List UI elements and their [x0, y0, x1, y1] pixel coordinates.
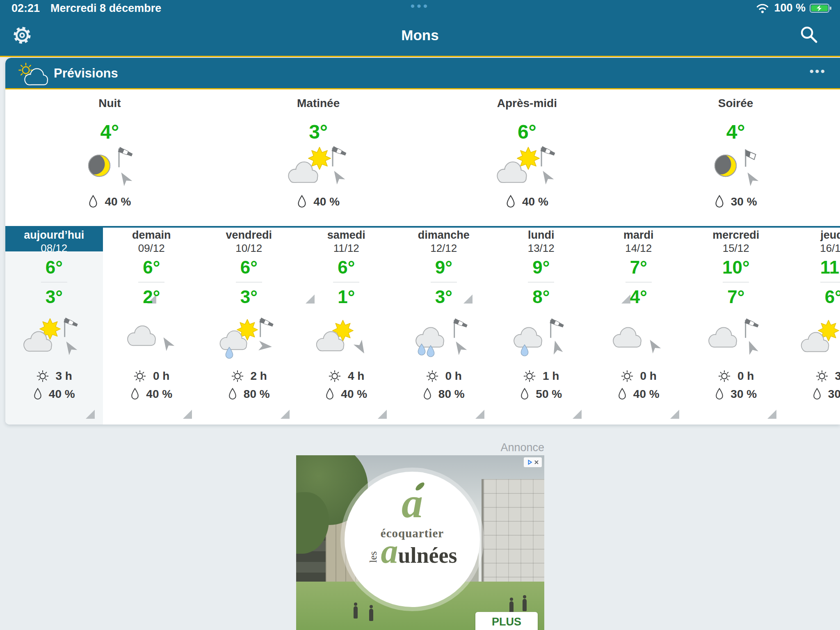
precip-row: 80 % — [200, 388, 298, 401]
high-temp: 6° — [298, 251, 395, 278]
expand-triangle-icon[interactable] — [475, 410, 484, 419]
cloudy-icon — [116, 316, 186, 365]
droplet-icon — [88, 195, 98, 209]
droplet-icon — [33, 388, 42, 401]
expand-triangle-icon[interactable] — [281, 410, 290, 419]
sun-hours-row: 2 h — [200, 370, 298, 383]
precip-row: 30 % — [687, 388, 785, 401]
sun-outline-icon — [328, 370, 341, 383]
precip-value: 80 % — [244, 388, 270, 401]
sun-outline-icon — [718, 370, 731, 383]
tab-day-name: demain — [103, 229, 201, 242]
more-menu-icon[interactable]: ••• — [809, 58, 826, 85]
sun-hours-value: 3 h — [56, 370, 72, 383]
day-col-7[interactable]: 10° 7° 0 h 30 % — [687, 251, 785, 425]
cloud-sun-icon — [799, 316, 840, 365]
advertisement[interactable]: a écoquartier les a ulnées PLUS D'INFOS — [296, 455, 544, 630]
ad-logo-circle: a écoquartier les a ulnées — [345, 472, 480, 607]
tab-day-name: jeudi — [785, 229, 840, 242]
sun-hours-row: 0 h — [103, 370, 201, 383]
precip-value: 40 % — [146, 388, 172, 401]
rain-windsock-icon — [409, 316, 479, 365]
period-apres-midi[interactable]: Après-midi 6° 40 % — [423, 89, 632, 226]
day-col-3[interactable]: 6° 1° 4 h 40 % — [298, 251, 395, 425]
adchoices-icon[interactable] — [524, 457, 542, 467]
cloudy-icon — [604, 316, 673, 365]
precip-value: 40 % — [341, 388, 367, 401]
precip-row: 40 % — [5, 195, 214, 209]
tab-day-5[interactable]: lundi 13/12 — [493, 226, 590, 255]
high-temp: 10° — [687, 251, 785, 278]
search-icon[interactable] — [799, 25, 819, 44]
day-col-4[interactable]: 9° 3° 0 h 80 % — [395, 251, 493, 425]
expand-triangle-icon[interactable] — [378, 410, 387, 419]
low-temp: 4° — [590, 287, 687, 307]
temp-divider — [820, 282, 840, 283]
tab-day-name: samedi — [298, 229, 395, 242]
period-temp: 6° — [423, 121, 632, 143]
precip-row: 30 % — [785, 388, 840, 401]
low-temp: 3° — [395, 287, 493, 307]
expand-triangle-icon[interactable] — [670, 410, 679, 419]
period-nuit[interactable]: Nuit 4° 40 % — [5, 89, 214, 226]
precip-row: 40 % — [214, 195, 423, 209]
tab-day-name: vendredi — [200, 229, 298, 242]
droplet-icon — [715, 388, 724, 401]
tab-day-0[interactable]: aujourd’hui 08/12 — [5, 226, 103, 255]
precip-value: 40 % — [105, 195, 131, 208]
tab-day-name: mardi — [590, 229, 687, 242]
tab-day-8[interactable]: jeudi 16/12 — [785, 226, 840, 255]
ad-logo-line2: les a ulnées — [368, 537, 457, 568]
precip-row: 40 % — [103, 388, 201, 401]
droplet-icon — [618, 388, 627, 401]
period-temp: 4° — [631, 121, 840, 143]
precip-value: 30 % — [730, 388, 757, 401]
ad-cta-button[interactable]: PLUS D'INFOS — [475, 612, 538, 630]
droplet-icon — [325, 388, 334, 401]
temp-divider — [431, 282, 457, 283]
ad-person — [369, 609, 373, 621]
expand-triangle-icon[interactable] — [767, 410, 776, 419]
sun-hours-value: 4 h — [348, 370, 364, 383]
sun-hours-value: 0 h — [737, 370, 754, 383]
sun-outline-icon — [523, 370, 536, 383]
expand-triangle-icon[interactable] — [86, 410, 95, 419]
high-temp: 9° — [395, 251, 493, 278]
expand-triangle-icon[interactable] — [183, 410, 192, 419]
sun-outline-icon — [426, 370, 439, 383]
sun-hours-row: 3 h — [5, 370, 103, 383]
precip-value: 40 % — [522, 195, 548, 208]
tab-day-2[interactable]: vendredi 10/12 — [200, 226, 298, 255]
temp-divider — [236, 282, 262, 283]
day-col-8[interactable]: 11° 6° 3 h 30 % — [785, 251, 840, 425]
tab-day-3[interactable]: samedi 11/12 — [298, 226, 395, 255]
tab-day-name: mercredi — [687, 229, 785, 242]
precip-value: 40 % — [633, 388, 660, 401]
day-col-0[interactable]: 6° 3° 3 h 40 % — [5, 251, 103, 425]
temp-divider — [723, 282, 749, 283]
low-temp: 2° — [103, 287, 201, 307]
high-temp: 9° — [493, 251, 590, 278]
period-matinee[interactable]: Matinée 3° 40 % — [214, 89, 423, 226]
sun-hours-row: 3 h — [785, 370, 840, 383]
day-col-6[interactable]: 7° 4° 0 h 40 % — [590, 251, 687, 425]
droplet-icon — [714, 195, 724, 209]
tab-day-7[interactable]: mercredi 15/12 — [687, 226, 785, 255]
day-col-5[interactable]: 9° 8° 1 h 50 % — [493, 251, 590, 425]
droplet-icon — [423, 388, 432, 401]
day-col-2[interactable]: 6° 3° 2 h 80 % — [200, 251, 298, 425]
forecast-header: Prévisions ••• — [5, 58, 840, 89]
sun-hours-value: 1 h — [543, 370, 559, 383]
tab-day-6[interactable]: mardi 14/12 — [590, 226, 687, 255]
day-col-1[interactable]: 6° 2° 0 h 40 % — [103, 251, 201, 425]
period-label: Matinée — [214, 97, 423, 110]
expand-triangle-icon[interactable] — [573, 410, 582, 419]
sun-outline-icon — [815, 370, 829, 383]
period-soiree[interactable]: Soirée 4° 30 % — [631, 89, 840, 226]
tab-day-1[interactable]: demain 09/12 — [103, 226, 201, 255]
day-tabs: aujourd’hui 08/12 demain 09/12 vendredi … — [5, 226, 840, 251]
tab-day-4[interactable]: dimanche 12/12 — [395, 226, 493, 255]
period-label: Nuit — [5, 97, 214, 110]
sun-hours-row: 0 h — [590, 370, 687, 383]
droplet-icon — [297, 195, 307, 209]
